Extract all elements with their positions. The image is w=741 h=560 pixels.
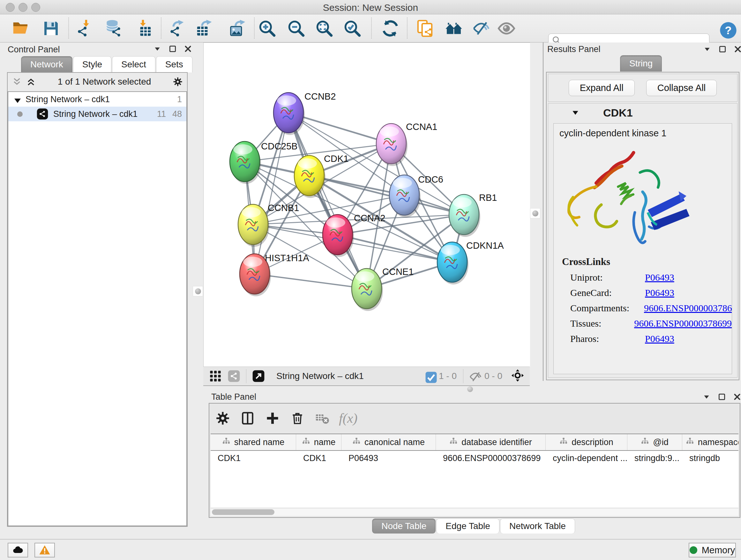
scrollbar-thumb[interactable] bbox=[212, 509, 274, 515]
selected-checkbox-icon[interactable] bbox=[425, 371, 435, 381]
table-cell[interactable]: cyclin-dependent ... bbox=[546, 453, 627, 463]
network-view[interactable]: CCNB2CCNA1CDC25BCDK1CDC6RB1CCNB1CCNA2CDK… bbox=[203, 43, 530, 367]
expand-all-button[interactable]: Expand All bbox=[569, 80, 635, 96]
network-node-CCNA2[interactable] bbox=[323, 214, 354, 257]
table-panel-window-buttons bbox=[702, 393, 741, 401]
export-network-icon[interactable] bbox=[168, 19, 186, 37]
crosslink-link[interactable]: 9606.ENSP00000378699 bbox=[634, 318, 732, 329]
help-button[interactable]: ? bbox=[719, 21, 734, 36]
crosslink-link[interactable]: P06493 bbox=[645, 287, 674, 298]
collapse-all-button[interactable]: Collapse All bbox=[646, 80, 717, 96]
birdseye-view-icon[interactable] bbox=[209, 370, 222, 382]
panel-close-icon[interactable] bbox=[733, 393, 741, 401]
share-network-icon[interactable] bbox=[227, 370, 240, 382]
function-builder-icon[interactable]: f(x) bbox=[339, 411, 357, 426]
left-splitter-handle[interactable] bbox=[193, 286, 203, 296]
column-header-name[interactable]: name bbox=[296, 434, 341, 450]
open-session-icon[interactable] bbox=[12, 19, 30, 37]
network-node-CDC6[interactable] bbox=[389, 175, 421, 217]
network-edge-HIST1H1A-CCNE1[interactable] bbox=[255, 274, 367, 289]
network-node-CCNB2[interactable] bbox=[273, 92, 305, 135]
tab-sets[interactable]: Sets bbox=[156, 56, 192, 72]
panel-float-icon[interactable] bbox=[718, 393, 726, 401]
panel-float-icon[interactable] bbox=[169, 45, 177, 53]
network-node-CDKN1A[interactable] bbox=[437, 242, 468, 285]
delete-column-icon[interactable] bbox=[290, 411, 305, 425]
network-node-CCNB1[interactable] bbox=[238, 204, 269, 247]
panel-collapse-icon[interactable] bbox=[153, 45, 161, 53]
import-database-icon[interactable] bbox=[105, 19, 122, 37]
column-header-canonicalname[interactable]: canonical name bbox=[341, 434, 436, 450]
tab-network[interactable]: Network bbox=[21, 56, 72, 72]
table-cell[interactable]: stringdb bbox=[682, 453, 738, 463]
export-image-icon[interactable] bbox=[229, 19, 247, 37]
network-node-CCNE1[interactable] bbox=[352, 268, 383, 311]
show-columns-icon[interactable] bbox=[241, 411, 255, 425]
refresh-network-icon[interactable] bbox=[381, 19, 399, 37]
crosslink-link[interactable]: P06493 bbox=[645, 272, 674, 283]
panel-collapse-icon[interactable] bbox=[702, 393, 711, 401]
column-header-namespace[interactable]: namespace bbox=[682, 434, 738, 450]
zoom-out-icon[interactable] bbox=[287, 19, 305, 37]
column-header-databaseidentifier[interactable]: database identifier bbox=[436, 434, 546, 450]
crosslink-link[interactable]: P06493 bbox=[645, 333, 674, 344]
panel-collapse-icon[interactable] bbox=[703, 45, 711, 53]
zoom-in-icon[interactable] bbox=[258, 19, 276, 37]
table-row[interactable]: CDK1CDK1P064939606.ENSP00000378699cyclin… bbox=[211, 451, 738, 465]
hide-selected-icon[interactable] bbox=[472, 19, 490, 37]
column-header-sharedname[interactable]: shared name bbox=[211, 434, 296, 450]
expand-all-networks-icon[interactable] bbox=[26, 77, 36, 86]
import-network-icon[interactable] bbox=[76, 19, 93, 37]
table-cell[interactable]: CDK1 bbox=[211, 453, 296, 463]
zoom-fit-icon[interactable] bbox=[315, 19, 333, 37]
export-view-icon[interactable] bbox=[252, 370, 265, 382]
gene-details: cyclin-dependent kinase 1 bbox=[553, 123, 732, 374]
right-splitter-handle[interactable] bbox=[530, 208, 540, 219]
collapse-all-networks-icon[interactable] bbox=[12, 77, 22, 86]
network-row[interactable]: String Network – cdk1 11 48 bbox=[8, 107, 186, 121]
add-column-icon[interactable] bbox=[266, 411, 280, 425]
tree-expand-icon[interactable] bbox=[13, 96, 20, 103]
panel-float-icon[interactable] bbox=[718, 45, 727, 53]
tab-node-table[interactable]: Node Table bbox=[372, 518, 435, 534]
delete-table-icon[interactable] bbox=[315, 411, 328, 425]
tab-edge-table[interactable]: Edge Table bbox=[436, 518, 499, 534]
memory-button[interactable]: Memory bbox=[689, 543, 736, 557]
export-table-icon[interactable] bbox=[195, 19, 213, 37]
crosslink-link[interactable]: 9606.ENSP00000378699 bbox=[644, 303, 732, 314]
table-cell[interactable]: P06493 bbox=[341, 453, 436, 463]
entry-collapse-icon[interactable] bbox=[571, 109, 580, 117]
new-network-from-selection-icon[interactable] bbox=[416, 19, 434, 37]
panel-close-icon[interactable] bbox=[734, 45, 741, 53]
tab-string[interactable]: String bbox=[620, 55, 662, 71]
tab-select[interactable]: Select bbox=[112, 56, 155, 72]
cloud-status-button[interactable] bbox=[8, 543, 28, 557]
network-node-CDK1[interactable] bbox=[294, 155, 326, 198]
network-edge-CCNB2-HIST1H1A[interactable] bbox=[255, 113, 288, 274]
zoom-selected-icon[interactable] bbox=[343, 19, 361, 37]
table-cell[interactable]: 9606.ENSP00000378699 bbox=[436, 453, 546, 463]
string-home-icon[interactable] bbox=[445, 19, 463, 37]
horizontal-splitter-handle[interactable] bbox=[467, 386, 473, 392]
column-header-description[interactable]: description bbox=[546, 434, 627, 450]
network-node-RB1[interactable] bbox=[449, 194, 480, 237]
table-horizontal-scrollbar[interactable] bbox=[211, 508, 738, 516]
tab-style[interactable]: Style bbox=[73, 56, 111, 72]
network-options-gear-icon[interactable] bbox=[173, 77, 183, 86]
import-table-icon[interactable] bbox=[135, 19, 152, 37]
panel-close-icon[interactable] bbox=[184, 45, 192, 53]
gene-entry-header[interactable]: CDK1 bbox=[548, 104, 737, 122]
hidden-eye-icon[interactable] bbox=[469, 370, 481, 382]
warnings-button[interactable] bbox=[35, 543, 55, 557]
table-cell[interactable]: CDK1 bbox=[296, 453, 341, 463]
save-session-icon[interactable] bbox=[42, 19, 60, 37]
column-header-id[interactable]: @id bbox=[627, 434, 682, 450]
show-all-icon[interactable] bbox=[497, 19, 515, 37]
network-collection-row[interactable]: String Network – cdk1 1 bbox=[8, 92, 186, 107]
table-cell[interactable]: stringdb:9... bbox=[627, 453, 682, 463]
toolbar-separator bbox=[161, 17, 161, 39]
move-crosshair-icon[interactable] bbox=[511, 369, 525, 383]
tab-network-table[interactable]: Network Table bbox=[500, 518, 575, 534]
network-node-CCNA1[interactable] bbox=[376, 124, 408, 166]
table-settings-gear-icon[interactable] bbox=[216, 411, 230, 425]
